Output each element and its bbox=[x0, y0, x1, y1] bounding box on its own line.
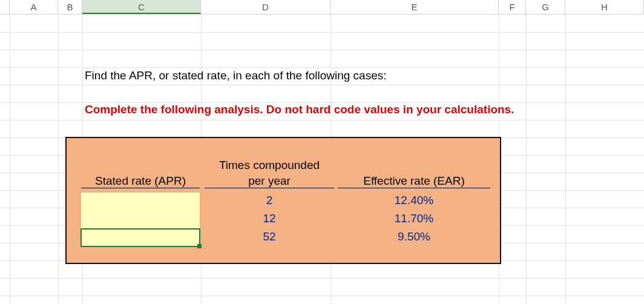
cell-ear-1[interactable]: 12.40% bbox=[338, 194, 490, 207]
col-header-a[interactable]: A bbox=[10, 0, 58, 14]
col-header-b[interactable]: B bbox=[58, 0, 82, 14]
cell-times-1[interactable]: 2 bbox=[205, 194, 334, 207]
prompt-text: Find the APR, or stated rate, in each of… bbox=[85, 69, 387, 82]
header-times-line1: Times compounded bbox=[205, 159, 334, 172]
col-header-e[interactable]: E bbox=[330, 0, 499, 14]
header-times-line2: per year bbox=[205, 174, 334, 188]
header-apr: Stated rate (APR) bbox=[81, 174, 200, 188]
cell-times-3[interactable]: 52 bbox=[205, 230, 334, 243]
spreadsheet: A B C D E F G H Find the bbox=[0, 0, 644, 304]
cell-ear-3[interactable]: 9.50% bbox=[338, 230, 490, 243]
select-all-corner[interactable] bbox=[0, 0, 10, 14]
instruction-text: Complete the following analysis. Do not … bbox=[85, 103, 514, 116]
header-ear: Effective rate (EAR) bbox=[338, 174, 490, 188]
col-header-f[interactable]: F bbox=[499, 0, 526, 14]
column-header-row: A B C D E F G H bbox=[0, 0, 644, 15]
active-cell-selection[interactable] bbox=[80, 228, 200, 247]
col-header-h[interactable]: H bbox=[565, 0, 644, 14]
analysis-panel: Stated rate (APR) Times compounded per y… bbox=[65, 137, 501, 264]
fill-handle[interactable] bbox=[197, 244, 202, 248]
col-header-c[interactable]: C bbox=[82, 0, 201, 14]
sheet-body[interactable]: Find the APR, or stated rate, in each of… bbox=[0, 15, 644, 304]
cell-times-2[interactable]: 12 bbox=[205, 212, 334, 225]
col-header-g[interactable]: G bbox=[526, 0, 565, 14]
cell-ear-2[interactable]: 11.70% bbox=[338, 212, 490, 225]
col-header-d[interactable]: D bbox=[201, 0, 330, 14]
